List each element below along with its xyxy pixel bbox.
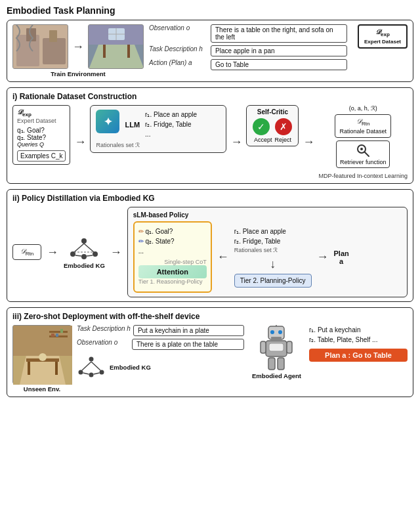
sec3-obs-box: There is a plate on the table xyxy=(132,339,244,350)
tier1-q1: ✏ q₁. Goal? xyxy=(138,226,207,236)
observation-label: Observation o xyxy=(149,24,208,32)
sec3-right: r₁. Put a keychain r₂. Table, Plate, She… xyxy=(309,325,408,362)
agent-label: Embodied Agent xyxy=(252,372,301,379)
drtn-box-2: 𝒟Rtn xyxy=(12,244,41,260)
llm-rationale-box: ✦ LLM r₁. Place an apple r₂. Fridge, Tab… xyxy=(90,105,226,153)
env-label: Train Environment xyxy=(51,70,105,77)
expert-dataset-box: 𝒟exp Expert Dataset xyxy=(358,24,408,49)
svg-point-41 xyxy=(89,373,94,377)
drtn-box: 𝒟Rtn Rationale Dataset xyxy=(335,114,391,138)
kg-graph xyxy=(68,236,100,262)
arrow-to-llm: → xyxy=(74,135,86,149)
critic-labels: Accept Reject xyxy=(251,137,294,143)
retriever-label: Retriever function xyxy=(340,159,387,165)
a-label: a xyxy=(339,257,343,265)
sec2-rationale-set-label: Rationales set ℛ xyxy=(234,246,312,255)
critic-buttons: ✓ ✗ xyxy=(251,118,294,135)
sec2-r1: r₁. Place an apple xyxy=(234,226,312,236)
tier1-label: Tier 1. Reasoning-Policy xyxy=(138,278,207,285)
kg-label: Embodied KG xyxy=(64,262,105,269)
unseen-panel: Unseen Env. xyxy=(12,325,72,393)
svg-rect-30 xyxy=(28,362,30,375)
sec3-r2: r₂. Table, Plate, Shelf ... xyxy=(309,335,408,345)
mdp-label: MDP-featured In-context Learning xyxy=(318,173,408,179)
slm-title: sLM-based Policy xyxy=(133,211,402,219)
sec3-task-box: Put a keychain in a plate xyxy=(133,325,244,336)
section-1: i) Rationale Dataset Construction 𝒟exp E… xyxy=(7,87,413,184)
svg-rect-53 xyxy=(269,343,284,351)
svg-rect-4 xyxy=(49,30,57,42)
observation-box: There is a table on the right, and sofa … xyxy=(211,24,347,43)
svg-line-45 xyxy=(94,373,100,374)
unseen-env-img xyxy=(12,325,72,384)
svg-rect-36 xyxy=(56,333,58,337)
section-2: ii) Policy Distillation via Embodied KG … xyxy=(7,189,413,302)
train-env-img-left xyxy=(12,24,68,69)
arrow-to-kg: → xyxy=(47,246,58,259)
self-critic-box: Self-Critic ✓ ✗ Accept Reject xyxy=(246,105,299,146)
dataset-label: Expert Dataset xyxy=(364,39,401,45)
action-label: Action (Plan) a xyxy=(149,59,208,66)
sec3-inner: Unseen Env. Task Description h Put a key… xyxy=(12,325,408,393)
svg-line-23 xyxy=(75,255,81,256)
arrow-to-drtn: → xyxy=(303,135,314,149)
svg-rect-57 xyxy=(278,358,284,370)
reject-button[interactable]: ✗ xyxy=(275,118,292,135)
section-1-title: i) Rationale Dataset Construction xyxy=(12,92,408,101)
rationale-right: r₁. Place an apple r₂. Fridge, Table Rat… xyxy=(234,226,312,255)
svg-rect-49 xyxy=(271,337,282,339)
action-row: Action (Plan) a Go to Table xyxy=(149,59,347,70)
sec3-obs-label: Observation o xyxy=(77,339,129,346)
kg-small: Embodied KG xyxy=(77,355,244,379)
plan-panel: Plan a xyxy=(334,249,349,265)
train-env-img-right xyxy=(88,24,144,69)
svg-rect-56 xyxy=(268,358,275,370)
svg-point-17 xyxy=(81,238,87,244)
tier1-queries: ✏ q₁. Goal? ✏ q₂. State? ... xyxy=(138,226,207,256)
task-desc-label: Task Description h xyxy=(149,45,208,53)
svg-rect-54 xyxy=(261,341,266,353)
svg-point-16 xyxy=(360,148,363,150)
unseen-env-label: Unseen Env. xyxy=(24,385,60,393)
q2-label: q₂. State? xyxy=(17,134,66,141)
robot-panel: Embodied Agent xyxy=(252,325,301,379)
dataset-panel: 𝒟exp Expert Dataset xyxy=(355,24,408,49)
obs-panel: Observation o There is a table on the ri… xyxy=(149,24,347,70)
slm-policy-box: sLM-based Policy ✏ q₁. Goal? ✏ q₂. State… xyxy=(127,207,408,297)
svg-rect-9 xyxy=(127,45,130,58)
sec3-rationale: r₁. Put a keychain r₂. Table, Plate, She… xyxy=(309,325,408,345)
plan-highlight: Plan a : Go to Table xyxy=(309,349,408,362)
cot-label: Single-step CoT xyxy=(138,259,207,265)
self-critic-title: Self-Critic xyxy=(251,108,294,116)
sec3-center: Task Description h Put a keychain in a p… xyxy=(77,325,244,379)
section-3: iii) Zero-shot Deployment with off-the-s… xyxy=(7,307,413,397)
sec3-task-label: Task Description h xyxy=(77,325,131,332)
slm-inner: ✏ q₁. Goal? ✏ q₂. State? ... Single-step… xyxy=(133,221,402,293)
svg-rect-34 xyxy=(49,331,68,333)
dexp-title: 𝒟exp xyxy=(17,108,66,118)
tier2-box: Tier 2. Planning-Policy xyxy=(234,274,312,288)
observation-row: Observation o There is a table on the ri… xyxy=(149,24,347,43)
svg-point-40 xyxy=(100,370,104,375)
kg-small-graph xyxy=(77,355,106,379)
pencil-icon: ✏ xyxy=(138,228,144,235)
sec3-task-row: Task Description h Put a keychain in a p… xyxy=(77,325,244,336)
arrow-to-plan: → xyxy=(317,250,329,264)
tier1-q2: ✏ q₂. State? xyxy=(138,236,207,246)
svg-rect-55 xyxy=(287,341,292,353)
accept-button[interactable]: ✓ xyxy=(253,118,270,135)
r2-text: r₂. Fridge, Table xyxy=(145,119,197,129)
plan-label: Plan xyxy=(334,249,349,257)
kg-small-label: Embodied KG xyxy=(110,364,151,371)
rationales-list: r₁. Place an apple r₂. Fridge, Table ... xyxy=(145,110,197,139)
svg-rect-35 xyxy=(51,333,54,337)
svg-line-42 xyxy=(82,362,91,370)
sec2-inner: 𝒟Rtn → Embodied KG → xyxy=(12,207,408,297)
svg-point-48 xyxy=(278,330,282,334)
drtn-panel: (o, a, h, ℛ) 𝒟Rtn Rationale Dataset Retr… xyxy=(318,105,408,179)
svg-rect-37 xyxy=(60,329,63,333)
rationale-set-label: Rationales set ℛ xyxy=(96,142,220,148)
llm-row: ✦ LLM r₁. Place an apple r₂. Fridge, Tab… xyxy=(96,110,220,139)
embodied-kg-box: Embodied KG xyxy=(64,236,105,269)
dexp-box: 𝒟exp Expert Dataset q₁. Goal? q₂. State?… xyxy=(12,105,70,165)
